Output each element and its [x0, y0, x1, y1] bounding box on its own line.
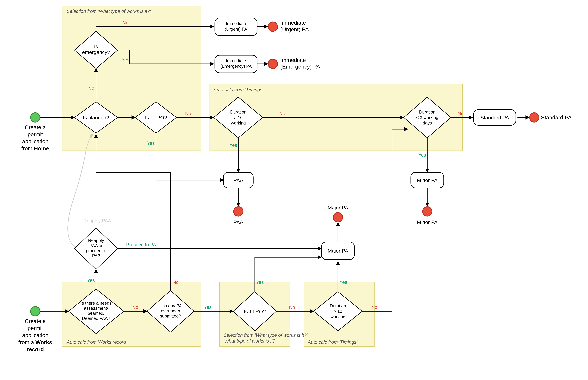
- svg-text:Granted/: Granted/: [88, 311, 105, 316]
- svg-text:Duration: Duration: [230, 110, 247, 114]
- svg-text:PA?: PA?: [92, 253, 100, 258]
- svg-text:Duration: Duration: [330, 304, 346, 308]
- svg-text:submitted?: submitted?: [160, 314, 181, 319]
- svg-text:Has any PA: Has any PA: [159, 304, 182, 308]
- end-minor-label: Minor PA: [417, 219, 438, 225]
- svg-text:ever been: ever been: [161, 308, 180, 313]
- node-minor: Minor PA: [411, 172, 444, 188]
- group-label: Selection from 'What type of works is it…: [66, 9, 151, 14]
- svg-text:Immediate: Immediate: [226, 58, 246, 63]
- svg-text:Is: Is: [94, 44, 98, 49]
- edge-label-reapply: Reapply PAA: [83, 218, 111, 223]
- end-paa-label: PAA: [233, 219, 243, 225]
- svg-text:proceed to: proceed to: [86, 248, 106, 253]
- edge-label-no: No: [185, 111, 191, 116]
- svg-text:≤ 3 working: ≤ 3 working: [416, 115, 438, 120]
- edge-faded: [68, 134, 93, 249]
- svg-text:(Emergency) PA: (Emergency) PA: [220, 64, 252, 69]
- start-works-label: Create a: [25, 318, 46, 324]
- svg-text:Is there a needs: Is there a needs: [81, 301, 111, 305]
- svg-text:working: working: [231, 121, 246, 125]
- end-emergency-label: Immediate: [280, 57, 306, 63]
- svg-text:Duration: Duration: [419, 110, 436, 114]
- svg-text:PAA: PAA: [233, 177, 243, 183]
- edge-label-yes: Yes: [204, 305, 211, 310]
- svg-text:Deemed PAA?: Deemed PAA?: [82, 316, 110, 321]
- end-standard-label: Standard PA: [541, 114, 572, 121]
- node-paa: PAA: [223, 172, 253, 188]
- svg-text:> 10: > 10: [334, 309, 342, 314]
- svg-text:Reapply: Reapply: [88, 238, 104, 243]
- start-home-label: Create a: [25, 124, 46, 130]
- start-works-label: permit: [28, 325, 43, 331]
- start-home-label: application: [22, 138, 48, 144]
- edge-label-proceed: Proceed to PA: [126, 242, 156, 247]
- edge-label-yes: Yes: [122, 57, 129, 62]
- start-home-label: permit: [28, 131, 43, 137]
- edge-label-no: No: [279, 111, 285, 116]
- node-major: Major PA: [321, 242, 354, 260]
- node-immediate-emergency: Immediate (Emergency) PA: [215, 55, 257, 73]
- edge-label-yes: Yes: [339, 280, 347, 285]
- svg-text:Is TTRO?: Is TTRO?: [244, 309, 266, 314]
- svg-text:working: working: [330, 314, 345, 319]
- edge-label-yes: Yes: [147, 141, 155, 146]
- end-standard: [530, 113, 539, 122]
- group-label: Auto calc from 'Timings': [308, 340, 357, 345]
- flowchart-canvas: Selection from 'What type of works is it…: [0, 0, 588, 380]
- svg-text:Is planned?: Is planned?: [83, 115, 109, 120]
- edge-label-no: No: [458, 111, 463, 116]
- edge-label-yes: Yes: [230, 143, 237, 148]
- end-paa: [234, 207, 243, 216]
- group-label: Selection from 'What type of works is it…: [223, 333, 308, 338]
- svg-text:Major PA: Major PA: [328, 248, 348, 254]
- start-works-label: application: [22, 332, 48, 338]
- end-urgent-label: Immediate: [280, 20, 306, 26]
- edge-label-yes: Yes: [256, 280, 264, 285]
- edge-label-no: No: [88, 86, 94, 91]
- end-major: [333, 213, 343, 222]
- start-works: [31, 306, 40, 316]
- svg-text:Immediate: Immediate: [226, 21, 246, 26]
- svg-text:Standard PA: Standard PA: [481, 115, 509, 120]
- group-label: Auto calc from 'Timings': [213, 87, 263, 92]
- edge-label-yes: Yes: [87, 278, 95, 283]
- edge-label-no: No: [132, 305, 138, 310]
- edge-label-no: No: [371, 305, 377, 310]
- node-reapply: Reapply PAA or proceed to PA?: [75, 228, 118, 269]
- edge: [96, 134, 170, 291]
- group-works-type-top: [62, 6, 201, 151]
- group-label: Auto calc from Works record: [66, 340, 126, 345]
- start-works-label: record: [27, 346, 44, 352]
- end-emergency: [268, 59, 277, 69]
- end-minor: [422, 207, 432, 216]
- start-works-label: from a Works: [19, 339, 52, 345]
- group-label-2: 'What type of works is it?': [223, 338, 276, 343]
- edge-label-no: No: [122, 20, 128, 25]
- svg-text:> 10: > 10: [234, 115, 243, 120]
- end-urgent-label: (Urgent) PA: [280, 26, 309, 33]
- end-urgent: [268, 22, 277, 31]
- svg-text:Minor PA: Minor PA: [417, 177, 438, 183]
- svg-text:assessment/: assessment/: [84, 306, 108, 311]
- svg-text:Is TTRO?: Is TTRO?: [145, 115, 167, 120]
- edge-label-yes: Yes: [418, 152, 426, 158]
- svg-text:days: days: [423, 121, 432, 125]
- edge-label-no: No: [289, 305, 295, 310]
- node-standard: Standard PA: [474, 110, 516, 125]
- end-emergency-label: (Emergency) PA: [280, 64, 320, 70]
- svg-text:PAA or: PAA or: [89, 243, 103, 248]
- svg-text:(Urgent) PA: (Urgent) PA: [225, 27, 247, 32]
- node-immediate-urgent: Immediate (Urgent) PA: [215, 18, 257, 36]
- end-major-label: Major PA: [328, 205, 348, 210]
- svg-text:emergency?: emergency?: [82, 49, 110, 55]
- edge-label-no: No: [173, 280, 179, 285]
- start-home: [31, 113, 40, 122]
- start-home-label: from Home: [21, 145, 49, 152]
